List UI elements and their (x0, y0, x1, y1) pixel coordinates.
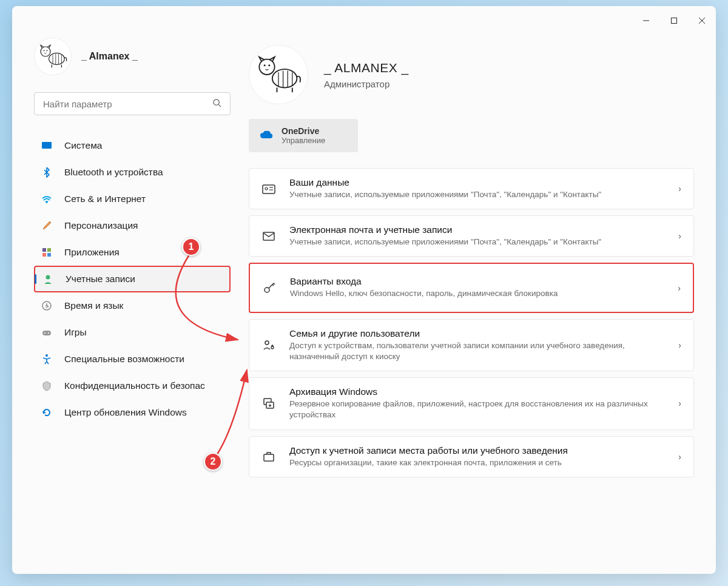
avatar-large-icon (249, 45, 308, 104)
onedrive-sub: Управление (281, 136, 325, 145)
nav-label: Конфиденциальность и безопас (64, 380, 205, 391)
settings-window: Параметры _ Almanex _ Система Bluetooth … (12, 6, 716, 574)
wifi-icon (41, 194, 52, 204)
svg-point-32 (268, 64, 270, 66)
search-icon (212, 98, 221, 110)
close-button[interactable] (688, 11, 716, 30)
shield-icon (41, 380, 52, 391)
sidebar-item-games[interactable]: Игры (34, 319, 231, 346)
hero-username: _ ALMANEX _ (324, 61, 409, 75)
sidebar-user[interactable]: _ Almanex _ (34, 38, 231, 75)
hero-role: Администратор (324, 79, 409, 89)
sidebar-username: _ Almanex _ (81, 51, 138, 62)
card-family[interactable]: Семья и другие пользователиДоступ к устр… (249, 319, 694, 371)
svg-point-8 (49, 53, 65, 64)
svg-rect-21 (42, 253, 46, 257)
sidebar-item-personalization[interactable]: Персонализация (34, 212, 231, 239)
minimize-button[interactable] (632, 11, 660, 30)
id-icon (261, 181, 276, 196)
chevron-right-icon: › (678, 399, 681, 408)
nav-label: Учетные записи (66, 274, 135, 285)
annotation-1: 1 (182, 238, 200, 256)
chevron-right-icon: › (678, 283, 681, 293)
svg-rect-19 (42, 248, 46, 252)
sidebar-item-update[interactable]: Центр обновления Windows (34, 399, 231, 426)
cloud-icon (260, 130, 273, 142)
nav-label: Центр обновления Windows (64, 407, 187, 418)
annotation-2: 2 (204, 453, 222, 471)
main-content: Учетные записи _ ALMANEX _ Администратор… (235, 35, 716, 574)
sidebar-item-accounts[interactable]: Учетные записи (34, 266, 231, 292)
card-title: Ваши данные (289, 177, 665, 188)
sidebar-item-bluetooth[interactable]: Bluetooth и устройства (34, 159, 231, 186)
sidebar-item-privacy[interactable]: Конфиденциальность и безопас (34, 372, 231, 399)
brush-icon (41, 220, 52, 231)
titlebar (12, 6, 716, 35)
update-icon (41, 407, 52, 418)
nav-label: Приложения (64, 247, 120, 258)
avatar-icon (34, 38, 72, 75)
svg-rect-22 (47, 253, 51, 257)
svg-rect-26 (42, 331, 51, 335)
svg-rect-17 (42, 142, 52, 149)
chevron-right-icon: › (678, 231, 681, 241)
svg-text:字: 字 (45, 305, 49, 309)
card-backup[interactable]: Архивация WindowsРезервное копирование ф… (249, 377, 694, 429)
card-email[interactable]: Электронная почта и учетные записиУчетны… (249, 215, 694, 257)
system-icon (41, 140, 52, 151)
account-icon (42, 274, 53, 285)
card-sub: Доступ к устройствам, пользователи учетн… (289, 340, 665, 362)
chevron-right-icon: › (678, 184, 681, 194)
sidebar-item-accessibility[interactable]: Специальные возможности (34, 346, 231, 372)
card-sub: Учетные записи, используемые приложениям… (289, 189, 665, 200)
sidebar-item-time[interactable]: 字Время и язык (34, 292, 231, 319)
sidebar-item-apps[interactable]: Приложения (34, 239, 231, 266)
card-title: Семья и другие пользователи (289, 328, 665, 339)
nav-label: Персонализация (64, 220, 138, 231)
apps-icon (41, 247, 52, 258)
card-sub: Учетные записи, используемые приложениям… (289, 237, 665, 248)
chevron-right-icon: › (678, 452, 681, 462)
nav-label: Система (64, 140, 102, 151)
briefcase-icon (261, 450, 276, 464)
svg-point-18 (46, 202, 47, 203)
onedrive-card[interactable]: OneDrive Управление (249, 119, 358, 152)
maximize-button[interactable] (660, 11, 688, 30)
sidebar-item-system[interactable]: Система (34, 132, 231, 159)
nav-label: Игры (64, 327, 87, 338)
svg-point-7 (46, 50, 47, 51)
nav-label: Bluetooth и устройства (64, 167, 163, 178)
card-title: Варианты входа (290, 276, 664, 287)
nav-list: Система Bluetooth и устройства Сеть & и … (34, 132, 231, 426)
card-sub: Резервное копирование файлов, приложений… (289, 399, 665, 420)
search-box[interactable] (34, 92, 231, 115)
user-hero: _ ALMANEX _ Администратор (249, 45, 694, 104)
svg-rect-1 (672, 18, 677, 24)
clock-icon: 字 (41, 300, 52, 311)
card-work-school[interactable]: Доступ к учетной записи места работы или… (249, 436, 694, 477)
chevron-right-icon: › (678, 340, 681, 350)
backup-icon (261, 396, 276, 411)
svg-point-33 (272, 69, 297, 87)
card-title: Доступ к учетной записи места работы или… (289, 445, 665, 456)
mail-icon (261, 229, 276, 243)
card-signin-options[interactable]: Варианты входаWindows Hello, ключ безопа… (249, 263, 694, 312)
sidebar-item-network[interactable]: Сеть & и Интернет (34, 186, 231, 212)
svg-point-23 (46, 275, 50, 280)
svg-point-27 (44, 332, 46, 334)
nav-label: Время и язык (64, 300, 123, 311)
nav-label: Сеть & и Интернет (64, 194, 146, 204)
svg-line-16 (218, 104, 221, 107)
nav-label: Специальные возможности (64, 354, 184, 365)
svg-point-46 (265, 341, 269, 345)
card-title: Архивация Windows (289, 386, 665, 397)
games-icon (41, 327, 52, 338)
svg-rect-52 (264, 454, 274, 461)
svg-point-45 (265, 288, 269, 292)
card-sub: Windows Hello, ключ безопасности, пароль… (290, 288, 664, 299)
key-icon (262, 281, 277, 295)
svg-point-41 (265, 187, 268, 190)
svg-rect-20 (47, 248, 51, 252)
card-your-info[interactable]: Ваши данныеУчетные записи, используемые … (249, 168, 694, 209)
search-input[interactable] (43, 99, 212, 109)
